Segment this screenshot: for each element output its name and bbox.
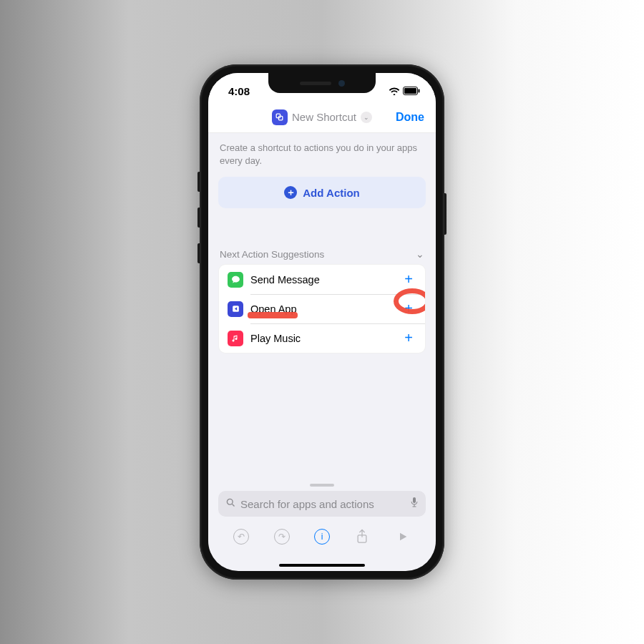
plus-circle-icon: ＋ xyxy=(284,186,297,199)
add-icon[interactable]: + xyxy=(401,271,416,288)
dictation-icon[interactable] xyxy=(410,497,419,511)
battery-icon xyxy=(403,85,420,97)
iphone-device-frame: 4:08 New Shortcut ⌄ Done Create a s xyxy=(200,64,444,580)
messages-app-icon xyxy=(228,272,243,288)
add-icon[interactable]: + xyxy=(401,330,416,346)
run-button[interactable] xyxy=(391,525,415,549)
redo-button[interactable]: ↷ xyxy=(270,525,294,549)
suggestion-label: Send Message xyxy=(250,274,394,286)
search-bar[interactable] xyxy=(218,491,426,517)
add-action-button[interactable]: ＋ Add Action xyxy=(218,177,426,208)
suggestions-list: Send Message + Open App + Play M xyxy=(218,264,426,353)
share-button[interactable] xyxy=(350,525,374,549)
chevron-down-icon: ⌄ xyxy=(416,248,424,260)
intro-text: Create a shortcut to actions you do in y… xyxy=(218,142,426,167)
title-chevron-icon[interactable]: ⌄ xyxy=(361,112,372,123)
home-indicator[interactable] xyxy=(279,564,365,567)
wifi-icon xyxy=(389,85,400,97)
suggestion-label: Open App xyxy=(250,303,394,315)
notch xyxy=(268,73,376,93)
svg-rect-8 xyxy=(413,497,416,503)
sheet-drag-handle[interactable] xyxy=(310,484,334,487)
svg-rect-2 xyxy=(419,89,420,92)
search-input[interactable] xyxy=(240,498,406,510)
suggestion-row-open-app[interactable]: Open App + xyxy=(219,294,425,323)
undo-button[interactable]: ↶ xyxy=(229,525,253,549)
suggestions-header[interactable]: Next Action Suggestions ⌄ xyxy=(218,248,426,264)
shortcut-app-icon xyxy=(272,109,288,125)
screen: 4:08 New Shortcut ⌄ Done Create a s xyxy=(208,73,436,571)
music-app-icon xyxy=(228,331,243,346)
svg-rect-1 xyxy=(404,88,416,94)
suggestion-row-play-music[interactable]: Play Music + xyxy=(219,323,425,353)
add-icon[interactable]: + xyxy=(401,301,416,317)
add-action-label: Add Action xyxy=(303,187,359,199)
svg-line-7 xyxy=(232,504,234,506)
suggestion-row-send-message[interactable]: Send Message + xyxy=(219,265,425,294)
nav-bar: New Shortcut ⌄ Done xyxy=(208,102,436,133)
search-icon xyxy=(225,497,236,510)
status-time: 4:08 xyxy=(228,85,250,97)
suggestion-label: Play Music xyxy=(250,333,394,344)
done-button[interactable]: Done xyxy=(396,111,424,124)
open-app-icon xyxy=(228,301,243,317)
svg-point-6 xyxy=(227,499,233,504)
suggestions-title: Next Action Suggestions xyxy=(220,249,324,260)
page-title[interactable]: New Shortcut xyxy=(292,111,356,123)
info-button[interactable]: i xyxy=(310,525,334,549)
bottom-toolbar: ↶ ↷ i xyxy=(208,519,436,554)
